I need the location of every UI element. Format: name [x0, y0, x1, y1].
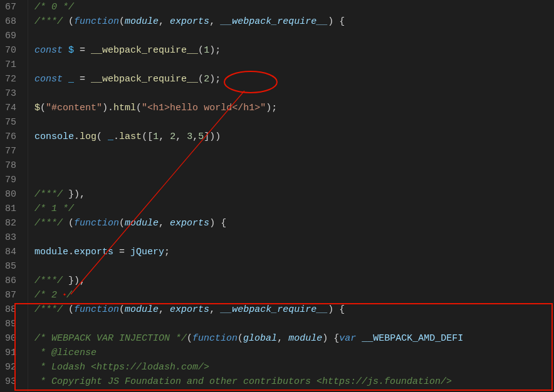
token: (	[136, 103, 142, 113]
line-number: 89	[5, 317, 16, 331]
token: ) {	[328, 304, 345, 315]
code-line: /* WEBPACK VAR INJECTION */(function(glo…	[34, 331, 554, 346]
token: ;	[164, 247, 170, 257]
token: exports	[170, 16, 209, 27]
code-line	[34, 58, 554, 72]
token: const	[34, 45, 63, 56]
code-line: /***/ }),	[34, 274, 554, 288]
line-number: 92	[5, 360, 16, 374]
token: .	[74, 132, 80, 142]
line-number: 84	[5, 245, 16, 259]
token: module	[125, 16, 159, 27]
token: /***/	[34, 218, 68, 229]
line-number: 81	[5, 202, 16, 216]
line-number: 87	[5, 288, 16, 302]
token: __webpack_require__	[91, 74, 198, 85]
token: (	[119, 16, 125, 27]
line-number: 79	[5, 173, 16, 187]
token: =	[113, 247, 130, 257]
token: (	[68, 16, 74, 27]
token-comment: * Copyright JS Foundation and other cont…	[34, 376, 452, 387]
code-line: * Lodash <https://lodash.com/>	[34, 360, 554, 374]
token: /***/	[34, 189, 68, 200]
code-line: * Copyright JS Foundation and other cont…	[34, 374, 554, 389]
code-line	[34, 115, 554, 130]
code-editor[interactable]: 6768697071727374757677787980818283848586…	[0, 0, 554, 392]
token: "#content"	[46, 103, 102, 113]
code-line: /***/ (function(module, exports, __webpa…	[34, 302, 554, 317]
token: /***/	[34, 16, 68, 27]
token	[63, 45, 68, 56]
token: ) {	[209, 218, 226, 229]
line-number: 91	[5, 346, 16, 360]
line-number: 82	[5, 216, 16, 230]
line-number: 77	[5, 144, 16, 158]
token: 1	[204, 45, 209, 56]
token: exports	[74, 247, 113, 257]
token: module	[288, 333, 322, 344]
code-line	[34, 29, 554, 43]
token-comment: /* 0 */	[34, 2, 74, 13]
token: module	[125, 218, 159, 229]
token: __webpack_require__	[221, 304, 328, 315]
token	[356, 333, 362, 344]
token: exports	[170, 218, 209, 229]
token: =	[74, 45, 91, 56]
token: =	[74, 74, 91, 85]
token: ).	[102, 103, 113, 113]
code-line: /***/ }),	[34, 187, 554, 202]
line-number: 83	[5, 230, 16, 245]
code-line: /* 2 ✦/	[34, 288, 554, 302]
token: ,	[175, 132, 187, 142]
token: log	[80, 132, 97, 142]
token: jQuery	[130, 247, 164, 257]
code-line	[34, 230, 554, 245]
line-number: 69	[5, 29, 16, 43]
token: 2	[204, 74, 209, 85]
token: ([	[142, 132, 153, 142]
token: }),	[68, 276, 85, 286]
token: console	[34, 132, 74, 142]
code-line	[34, 158, 554, 173]
token: );	[209, 74, 221, 85]
token: (	[40, 103, 46, 113]
code-line: $("#content").html("<h1>hello world</h1>…	[34, 101, 554, 115]
line-number: 70	[5, 43, 16, 58]
token: $	[68, 45, 74, 56]
token: /* WEBPACK VAR INJECTION */	[34, 333, 187, 344]
token: (	[119, 304, 125, 315]
token: (	[238, 333, 243, 344]
token: var	[339, 333, 356, 344]
token: 5	[198, 132, 204, 142]
line-number: 85	[5, 259, 16, 274]
token: );	[209, 45, 221, 56]
line-number: 86	[5, 274, 16, 288]
token: ) {	[328, 16, 345, 27]
code-line: /* 1 */	[34, 202, 554, 216]
code-content[interactable]: /* 0 *//***/ (function(module, exports, …	[28, 0, 554, 392]
token: (	[187, 333, 192, 344]
token: ,	[159, 304, 170, 315]
token: (	[68, 218, 74, 229]
token: ,	[209, 16, 221, 27]
code-line: /* 0 */	[34, 0, 554, 14]
token: 2	[170, 132, 175, 142]
token: "<h1>hello world</h1>"	[142, 103, 266, 113]
token-comment: * @license	[34, 348, 97, 358]
token: .	[68, 247, 74, 257]
token: exports	[170, 304, 209, 315]
token: __webpack_require__	[91, 45, 198, 56]
token: 3	[187, 132, 192, 142]
code-line: const _ = __webpack_require__(2);	[34, 72, 554, 86]
line-number: 90	[5, 331, 16, 346]
line-number: 74	[5, 101, 16, 115]
code-line: console.log( _.last([1, 2, 3,5]))	[34, 130, 554, 144]
token: 1	[153, 132, 159, 142]
token: ,	[159, 132, 170, 142]
token: function	[74, 218, 119, 229]
line-number: 67	[5, 0, 16, 14]
token: ]))	[204, 132, 221, 142]
token: /***/	[34, 276, 68, 286]
code-line	[34, 317, 554, 331]
token: .	[113, 132, 119, 142]
